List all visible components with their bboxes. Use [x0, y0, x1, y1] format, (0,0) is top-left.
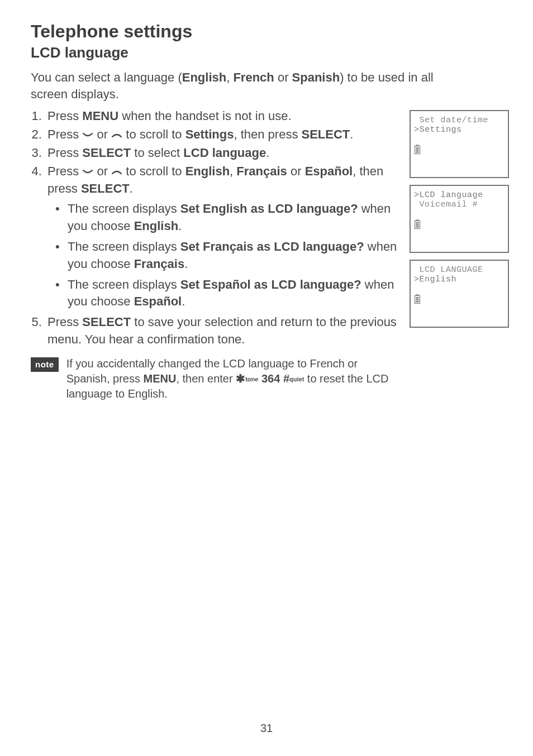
language-spanish: Spanish	[292, 70, 340, 84]
text: .	[178, 219, 182, 233]
text: Press	[47, 164, 82, 178]
chevron-up-icon	[111, 131, 122, 139]
text: when the handset is not in use.	[118, 109, 291, 123]
battery-icon	[414, 219, 421, 232]
bullet-espanol: The screen displays Set Español as LCD l…	[55, 276, 399, 311]
sub-bullets: The screen displays Set English as LCD l…	[55, 200, 399, 310]
key-menu: MENU	[144, 372, 177, 385]
battery-icon	[414, 294, 421, 307]
svg-rect-12	[416, 297, 419, 299]
screens-column: Set date/time >Settings >LCD language Vo…	[410, 108, 511, 334]
svg-rect-7	[416, 222, 419, 224]
language-english: English	[182, 70, 226, 84]
text: The screen displays	[68, 240, 180, 253]
intro-paragraph: You can select a language (English, Fren…	[31, 69, 444, 102]
key-select: SELECT	[82, 315, 131, 329]
step-3: Press SELECT to select LCD language.	[45, 145, 399, 162]
text: ,	[230, 164, 236, 178]
step-2: Press or to scroll to Settings, then pre…	[45, 126, 399, 143]
option-espanol: Español	[305, 164, 353, 178]
svg-rect-9	[416, 226, 419, 228]
note-block: note If you accidentally changed the LCD…	[31, 356, 399, 401]
text: You can select a language (	[31, 70, 182, 84]
note-text: If you accidentally changed the LCD lang…	[66, 356, 399, 401]
lcd-screen-3: LCD LANGUAGE >English	[410, 260, 509, 328]
choice-english: English	[134, 219, 178, 233]
prompt-francais: Set Français as LCD language?	[180, 240, 364, 253]
text: to scroll to	[122, 127, 185, 141]
svg-rect-8	[416, 224, 419, 226]
text: ,	[226, 70, 233, 84]
text: to select	[131, 146, 183, 160]
language-french: French	[233, 70, 274, 84]
key-select: SELECT	[82, 146, 131, 160]
text: , then enter	[176, 372, 236, 385]
lcd-line: Voicemail #	[414, 200, 505, 209]
section-title: LCD language	[31, 44, 505, 61]
choice-francais: Français	[134, 257, 185, 271]
text: .	[182, 294, 185, 308]
choice-espanol: Español	[134, 294, 182, 308]
lcd-line-selected: >LCD language	[414, 190, 505, 200]
text: .	[350, 127, 353, 141]
key-star: ✱	[236, 372, 245, 385]
steps-list: Press MENU when the handset is not in us…	[31, 108, 399, 348]
page-title: Telephone settings	[31, 21, 505, 42]
text: or	[93, 164, 111, 178]
svg-rect-13	[416, 299, 419, 301]
bullet-english: The screen displays Set English as LCD l…	[55, 200, 399, 235]
key-menu: MENU	[82, 109, 118, 123]
text: Press	[47, 109, 82, 123]
page-number: 31	[0, 722, 533, 735]
chevron-down-icon	[82, 131, 93, 139]
step-5: Press SELECT to save your selection and …	[45, 314, 399, 348]
lcd-line-selected: >Settings	[414, 125, 505, 135]
text: The screen displays	[68, 277, 180, 291]
manual-page: Telephone settings LCD language You can …	[0, 0, 533, 756]
text: Press	[47, 146, 82, 160]
label-quiet: quiet	[289, 376, 304, 382]
lcd-line: LCD LANGUAGE	[414, 265, 505, 275]
step-1: Press MENU when the handset is not in us…	[45, 108, 399, 125]
text: , then press	[234, 127, 301, 141]
text: or	[274, 70, 292, 84]
text: .	[266, 146, 269, 160]
text: or	[287, 164, 305, 178]
code-364: 364	[258, 372, 283, 385]
lcd-line-selected: >English	[414, 275, 505, 284]
menu-lcd-language: LCD language	[183, 146, 266, 160]
svg-rect-10	[416, 294, 418, 295]
svg-rect-14	[416, 301, 419, 303]
text: .	[130, 181, 133, 195]
menu-settings: Settings	[185, 127, 234, 141]
text: Press	[47, 315, 82, 329]
svg-rect-5	[416, 219, 418, 221]
option-francais: Français	[236, 164, 287, 178]
key-select: SELECT	[81, 181, 130, 195]
text: .	[184, 257, 188, 271]
prompt-english: Set English as LCD language?	[180, 202, 358, 216]
prompt-espanol: Set Español as LCD language?	[180, 277, 361, 291]
svg-rect-3	[416, 150, 419, 151]
lcd-screen-1: Set date/time >Settings	[410, 110, 509, 178]
lcd-line: Set date/time	[414, 116, 505, 125]
step-4: Press or to scroll to English, Français …	[45, 163, 399, 310]
text: The screen displays	[68, 202, 180, 216]
key-hash: #	[283, 372, 289, 385]
svg-rect-0	[416, 145, 418, 146]
note-badge: note	[31, 357, 59, 372]
chevron-up-icon	[111, 168, 122, 176]
chevron-down-icon	[82, 168, 93, 176]
text: to scroll to	[122, 164, 185, 178]
lcd-screen-2: >LCD language Voicemail #	[410, 185, 509, 253]
text: or	[93, 127, 111, 141]
option-english: English	[185, 164, 230, 178]
bullet-francais: The screen displays Set Français as LCD …	[55, 238, 399, 273]
svg-rect-4	[416, 151, 419, 153]
svg-rect-2	[416, 147, 419, 149]
label-tone: tone	[245, 376, 258, 382]
battery-icon	[414, 145, 421, 157]
instructions-column: Press MENU when the handset is not in us…	[31, 108, 399, 401]
key-select: SELECT	[302, 127, 350, 141]
text: Press	[47, 127, 82, 141]
